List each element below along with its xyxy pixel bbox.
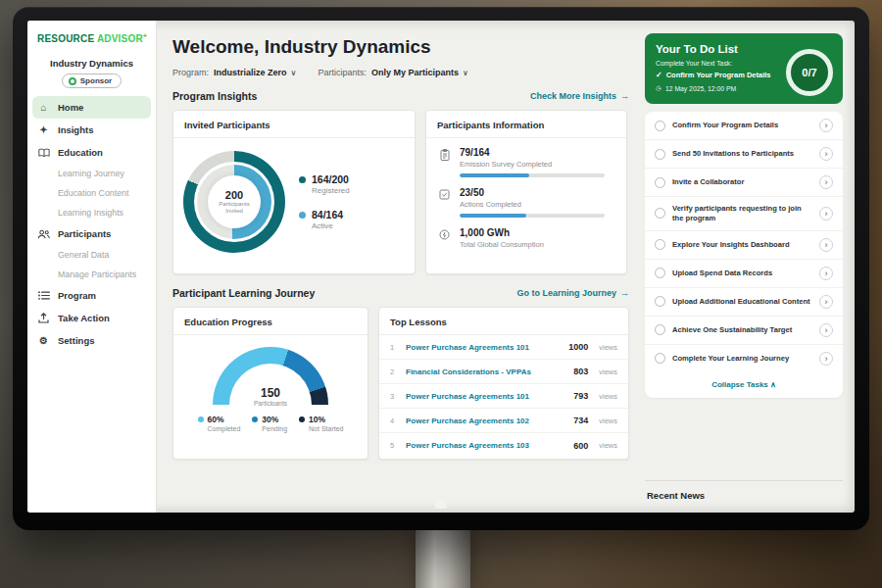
education-gauge-chart: 150 Participants	[213, 347, 328, 406]
task-checkbox[interactable]	[655, 353, 665, 364]
donut-center-label: Participants Invited	[214, 201, 255, 216]
lesson-link[interactable]: Power Purchase Agreements 103	[406, 441, 565, 450]
insights-cards-row: Invited Participants 200 Participants In…	[172, 110, 629, 274]
sidebar-item-label: Education	[58, 147, 103, 158]
task-checkbox[interactable]	[655, 239, 665, 250]
legend-value: 60%	[208, 415, 241, 424]
settings-icon: ⚙	[37, 336, 50, 346]
recent-news-section: Recent News	[645, 480, 843, 513]
lesson-link[interactable]: Power Purchase Agreements 102	[406, 416, 565, 425]
task-checkbox[interactable]	[655, 296, 665, 307]
task-checkbox[interactable]	[655, 324, 665, 335]
top-lessons-card: Top Lessons 1 Power Purchase Agreements …	[378, 307, 629, 460]
lesson-views: 803	[573, 367, 588, 376]
lesson-link[interactable]: Power Purchase Agreements 101	[406, 343, 561, 352]
collapse-tasks-button[interactable]: Collapse Tasks ∧	[645, 372, 843, 398]
sidebar-item-insights[interactable]: ✦ Insights	[27, 119, 156, 141]
chevron-right-icon[interactable]: ›	[819, 207, 833, 220]
take-action-icon	[37, 313, 50, 323]
lesson-views: 734	[573, 416, 588, 425]
sidebar-nav: ⌂ Home ✦ Insights Education Learning Jou…	[27, 96, 156, 352]
lesson-link[interactable]: Financial Considerations - VPPAs	[406, 368, 565, 376]
donut-center: 200 Participants Invited	[208, 175, 261, 228]
task-row-upload-spend-data[interactable]: Upload Spend Data Records ›	[645, 260, 843, 288]
legend-dot	[299, 176, 306, 183]
sidebar-item-settings[interactable]: ⚙ Settings	[27, 329, 156, 352]
dashboard-screen: RESOURCE ADVISOR+ Industry Dynamics Spon…	[27, 21, 855, 513]
lesson-row: 4 Power Purchase Agreements 102 734 view…	[379, 409, 628, 433]
program-dropdown[interactable]: Program: Industrialize Zero ∨	[172, 68, 296, 77]
task-row-verify-participants[interactable]: Verify participants requesting to join t…	[645, 197, 843, 231]
sidebar-item-label: Take Action	[58, 313, 110, 323]
chevron-down-icon: ∨	[291, 69, 297, 77]
task-row-confirm-program[interactable]: Confirm Your Program Details ›	[645, 112, 843, 140]
task-checkbox[interactable]	[655, 208, 665, 219]
task-row-invite-collaborator[interactable]: Invite a Collaborator ›	[645, 169, 843, 197]
go-to-learning-journey-link[interactable]: Go to Learning Journey→	[516, 288, 629, 298]
main-content: Welcome, Industry Dynamics Program: Indu…	[157, 21, 641, 513]
task-row-upload-educational-content[interactable]: Upload Additional Educational Content ›	[645, 288, 843, 317]
gauge-label: Participants	[213, 400, 328, 406]
info-label: Actions Completed	[460, 200, 605, 209]
invited-participants-card: Invited Participants 200 Participants In…	[172, 110, 416, 274]
sidebar-item-label: Participants	[58, 228, 111, 239]
info-label: Total Global Consumption	[460, 240, 544, 249]
brand-logo[interactable]: RESOURCE ADVISOR+	[27, 30, 156, 52]
sidebar-item-home[interactable]: ⌂ Home	[32, 96, 151, 119]
task-checkbox[interactable]	[655, 268, 665, 278]
todo-subtitle: Complete Your Next Task:	[656, 60, 778, 67]
lesson-views: 793	[573, 391, 588, 401]
chevron-right-icon[interactable]: ›	[819, 175, 833, 189]
legend-label: Registered	[312, 186, 350, 195]
sidebar-item-learning-insights[interactable]: Learning Insights	[27, 203, 156, 222]
clock-icon: ◷	[656, 84, 662, 92]
chevron-right-icon[interactable]: ›	[819, 147, 833, 161]
task-checkbox[interactable]	[655, 177, 665, 188]
info-label: Emission Survey Completed	[460, 160, 605, 169]
lesson-link[interactable]: Power Purchase Agreements 101	[406, 392, 565, 401]
info-value: 79/164	[460, 147, 605, 158]
legend-item-active: 84/164 Active	[299, 209, 350, 230]
task-row-explore-insights[interactable]: Explore Your Insights Dashboard ›	[645, 231, 843, 260]
sidebar-item-general-data[interactable]: General Data	[27, 245, 156, 265]
monitor-bezel: RESOURCE ADVISOR+ Industry Dynamics Spon…	[13, 7, 869, 530]
sidebar-item-education[interactable]: Education	[27, 141, 156, 164]
legend-dot	[252, 416, 258, 422]
legend-dot	[198, 416, 204, 422]
section-title: Program Insights	[172, 90, 257, 102]
chevron-right-icon[interactable]: ›	[819, 323, 833, 337]
monitor-logo-dot	[435, 501, 447, 509]
sidebar-item-take-action[interactable]: Take Action	[27, 307, 156, 329]
info-value: 23/50	[460, 187, 605, 198]
gauge-center: 150 Participants	[213, 386, 328, 406]
chevron-right-icon[interactable]: ›	[819, 238, 833, 252]
sponsor-icon	[69, 77, 76, 85]
chevron-right-icon[interactable]: ›	[819, 119, 833, 132]
chevron-up-icon: ∧	[770, 380, 776, 389]
participants-dropdown[interactable]: Participants: Only My Participants ∨	[318, 68, 467, 77]
chevron-right-icon[interactable]: ›	[819, 352, 833, 366]
lesson-views: 1000	[568, 342, 588, 352]
task-row-achieve-target[interactable]: Achieve One Sustainability Target ›	[645, 317, 843, 345]
task-row-complete-learning-journey[interactable]: Complete Your Learning Journey ›	[645, 345, 843, 372]
sponsor-label: Sponsor	[80, 76, 112, 85]
todo-next-task[interactable]: ✓ Confirm Your Program Details	[656, 71, 783, 79]
legend-value: 30%	[262, 415, 287, 424]
task-checkbox[interactable]	[655, 149, 665, 160]
sidebar-item-program[interactable]: Program	[27, 284, 156, 307]
chevron-right-icon[interactable]: ›	[819, 295, 833, 309]
sidebar-item-education-content[interactable]: Education Content	[27, 183, 156, 203]
task-checkbox[interactable]	[655, 121, 665, 131]
page-title: Welcome, Industry Dynamics	[172, 36, 629, 58]
sidebar-item-label: Settings	[58, 335, 94, 346]
check-icon: ✓	[656, 71, 662, 79]
chevron-right-icon[interactable]: ›	[819, 267, 833, 280]
sidebar-item-manage-participants[interactable]: Manage Participants	[27, 265, 156, 284]
sidebar-item-participants[interactable]: Participants	[27, 222, 156, 245]
sidebar-item-learning-journey[interactable]: Learning Journey	[27, 164, 156, 183]
education-icon	[37, 148, 50, 158]
check-more-insights-link[interactable]: Check More Insights→	[530, 91, 629, 101]
sidebar: RESOURCE ADVISOR+ Industry Dynamics Spon…	[27, 21, 157, 513]
task-row-send-invitations[interactable]: Send 50 Invitations to Participants ›	[645, 140, 843, 169]
section-title: Participant Learning Journey	[172, 287, 315, 299]
